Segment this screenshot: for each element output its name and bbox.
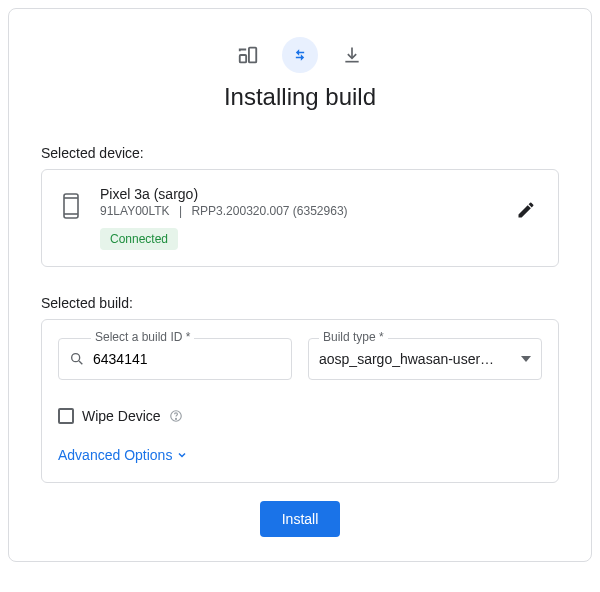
svg-rect-0 <box>249 48 256 63</box>
step-device[interactable] <box>230 37 266 73</box>
device-meta: 91LAY00LTK | RPP3.200320.007 (6352963) <box>100 204 490 218</box>
device-info: Pixel 3a (sargo) 91LAY00LTK | RPP3.20032… <box>100 186 490 250</box>
wipe-device-row[interactable]: Wipe Device <box>58 408 542 424</box>
device-step-icon <box>237 44 259 66</box>
wipe-device-label: Wipe Device <box>82 408 161 424</box>
download-icon <box>342 45 362 65</box>
device-serial: 91LAY00LTK <box>100 204 170 218</box>
page-title: Installing build <box>41 83 559 111</box>
build-id-label: Select a build ID * <box>91 330 194 344</box>
stepper <box>41 37 559 73</box>
step-install[interactable] <box>282 37 318 73</box>
swap-icon <box>290 45 310 65</box>
advanced-options-toggle[interactable]: Advanced Options <box>58 447 188 463</box>
build-type-value: aosp_sargo_hwasan-user… <box>319 351 515 367</box>
help-icon[interactable] <box>169 409 183 423</box>
build-type-field[interactable]: Build type * aosp_sargo_hwasan-user… <box>308 338 542 380</box>
device-name: Pixel 3a (sargo) <box>100 186 490 202</box>
device-build: RPP3.200320.007 (6352963) <box>191 204 347 218</box>
advanced-options-label: Advanced Options <box>58 447 172 463</box>
wipe-device-checkbox[interactable] <box>58 408 74 424</box>
build-field-row: Select a build ID * Build type * aosp_sa… <box>58 338 542 380</box>
build-box: Select a build ID * Build type * aosp_sa… <box>41 319 559 483</box>
svg-rect-1 <box>240 55 246 62</box>
svg-point-5 <box>72 354 80 362</box>
search-icon <box>69 351 85 367</box>
chevron-down-icon <box>176 449 188 461</box>
build-id-field[interactable]: Select a build ID * <box>58 338 292 380</box>
install-button[interactable]: Install <box>260 501 341 537</box>
device-box: Pixel 3a (sargo) 91LAY00LTK | RPP3.20032… <box>41 169 559 267</box>
step-download[interactable] <box>334 37 370 73</box>
phone-icon <box>62 192 80 220</box>
install-card: Installing build Selected device: Pixel … <box>8 8 592 562</box>
svg-point-8 <box>175 418 176 419</box>
svg-line-6 <box>79 361 82 364</box>
pencil-icon <box>516 200 536 220</box>
chevron-down-icon <box>521 356 531 362</box>
device-status-badge: Connected <box>100 228 178 250</box>
edit-device-button[interactable] <box>510 194 542 226</box>
build-type-label: Build type * <box>319 330 388 344</box>
build-section-label: Selected build: <box>41 295 559 311</box>
build-id-input[interactable] <box>91 350 281 368</box>
device-section-label: Selected device: <box>41 145 559 161</box>
install-row: Install <box>41 501 559 537</box>
